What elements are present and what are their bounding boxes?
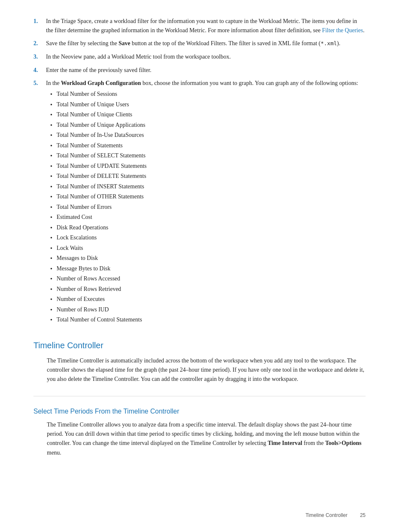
step-3-number: 3. [33, 52, 41, 62]
section-divider [33, 396, 366, 396]
list-item-text: Disk Read Operations [56, 223, 108, 232]
step-1-content: In the Triage Space, create a workload f… [46, 17, 366, 35]
list-item-text: Total Number of Unique Applications [56, 121, 145, 130]
list-item-text: Total Number of Unique Users [56, 100, 129, 109]
list-item: Number of Rows IUD [46, 305, 366, 315]
step-2-number: 2. [33, 39, 41, 48]
list-item: Total Number of Statements [46, 141, 366, 151]
list-item: Total Number of Unique Users [46, 100, 366, 110]
step-1: 1. In the Triage Space, create a workloa… [33, 17, 366, 35]
list-item-text: Number of Rows IUD [56, 305, 109, 314]
list-item-text: Lock Escalations [56, 233, 97, 242]
list-item: Lock Waits [46, 244, 366, 253]
step-1-number: 1. [33, 17, 41, 35]
main-steps: 1. In the Triage Space, create a workloa… [33, 17, 366, 326]
list-item-text: Number of Executes [56, 295, 105, 304]
list-item-text: Messages to Disk [56, 254, 98, 263]
list-item: Total Number of Errors [46, 203, 366, 212]
list-item-text: Total Number of Unique Clients [56, 110, 132, 119]
list-item-text: Estimated Cost [56, 213, 92, 222]
list-item-text: Total Number of Control Statements [56, 315, 142, 324]
list-item-text: Total Number of Statements [56, 141, 123, 150]
list-item: Total Number of In-Use DataSources [46, 131, 366, 140]
list-item-text: Total Number of DELETE Statements [56, 172, 146, 181]
step-5-content: In the Workload Graph Configuration box,… [46, 79, 366, 325]
list-item: Number of Rows Retrieved [46, 285, 366, 294]
list-item-text: Lock Waits [56, 244, 83, 253]
step-2: 2. Save the filter by selecting the Save… [33, 39, 366, 48]
list-item-text: Number of Rows Retrieved [56, 285, 121, 294]
step-5: 5. In the Workload Graph Configuration b… [33, 79, 366, 325]
list-item-text: Total Number of Errors [56, 203, 112, 212]
step-3: 3. In the Neoview pane, add a Workload M… [33, 52, 366, 62]
list-item-text: Number of Rows Accessed [56, 274, 120, 283]
list-item: Total Number of DELETE Statements [46, 172, 366, 181]
list-item: Total Number of Sessions [46, 90, 366, 99]
list-item-text: Total Number of INSERT Statements [56, 182, 144, 191]
list-item: Total Number of UPDATE Statements [46, 162, 366, 171]
select-time-periods-body: The Timeline Controller allows you to an… [47, 420, 366, 458]
list-item: Estimated Cost [46, 213, 366, 222]
timeline-controller-heading: Timeline Controller [33, 339, 366, 352]
graph-options-list: Total Number of Sessions Total Number of… [46, 88, 366, 325]
list-item-text: Total Number of In-Use DataSources [56, 131, 144, 140]
step-3-content: In the Neoview pane, add a Workload Metr… [46, 52, 366, 62]
step-4-number: 4. [33, 66, 41, 75]
list-item-text: Message Bytes to Disk [56, 264, 110, 273]
step-4: 4. Enter the name of the previously save… [33, 66, 366, 75]
timeline-controller-body: The Timeline Controller is automatically… [47, 356, 366, 384]
list-item: Total Number of SELECT Statements [46, 151, 366, 161]
step-2-content: Save the filter by selecting the Save bu… [46, 39, 366, 48]
list-item-text: Total Number of UPDATE Statements [56, 162, 146, 171]
list-item: Messages to Disk [46, 254, 366, 263]
footer-page-number: 25 [360, 511, 366, 519]
list-item-text: Total Number of SELECT Statements [56, 151, 146, 160]
filter-queries-link[interactable]: Filter the Queries [322, 27, 363, 33]
list-item: Message Bytes to Disk [46, 264, 366, 274]
select-time-periods-heading: Select Time Periods From the Timeline Co… [33, 406, 366, 417]
list-item: Disk Read Operations [46, 223, 366, 233]
step-4-content: Enter the name of the previously saved f… [46, 66, 366, 75]
step-5-number: 5. [33, 79, 41, 325]
list-item: Total Number of Control Statements [46, 315, 366, 325]
page-footer: Timeline Controller 25 [305, 511, 366, 519]
list-item: Total Number of Unique Applications [46, 121, 366, 130]
footer-section-label: Timeline Controller [305, 511, 347, 519]
list-item: Total Number of INSERT Statements [46, 182, 366, 192]
list-item-text: Total Number of OTHER Statements [56, 192, 143, 201]
list-item: Lock Escalations [46, 233, 366, 243]
list-item: Number of Executes [46, 295, 366, 304]
list-item: Total Number of Unique Clients [46, 110, 366, 120]
list-item: Number of Rows Accessed [46, 274, 366, 284]
list-item-text: Total Number of Sessions [56, 90, 117, 99]
list-item: Total Number of OTHER Statements [46, 192, 366, 202]
